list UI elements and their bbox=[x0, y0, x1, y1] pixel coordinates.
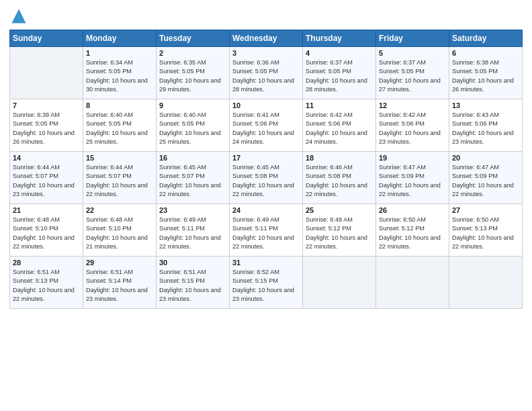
day-number: 29 bbox=[86, 259, 153, 267]
calendar-cell: 2Sunrise: 6:35 AM Sunset: 5:05 PM Daylig… bbox=[157, 47, 230, 99]
calendar-body: 1Sunrise: 6:34 AM Sunset: 5:05 PM Daylig… bbox=[10, 47, 523, 309]
day-number: 20 bbox=[452, 154, 519, 162]
day-number: 30 bbox=[159, 259, 226, 267]
calendar-cell bbox=[10, 47, 83, 99]
day-info: Sunrise: 6:45 AM Sunset: 5:08 PM Dayligh… bbox=[232, 163, 300, 199]
day-info: Sunrise: 6:48 AM Sunset: 5:10 PM Dayligh… bbox=[86, 216, 153, 251]
calendar-cell: 21Sunrise: 6:48 AM Sunset: 5:10 PM Dayli… bbox=[10, 204, 83, 257]
logo bbox=[9, 7, 31, 26]
day-info: Sunrise: 6:36 AM Sunset: 5:05 PM Dayligh… bbox=[232, 58, 300, 94]
day-number: 28 bbox=[13, 259, 80, 267]
calendar-cell: 13Sunrise: 6:43 AM Sunset: 5:06 PM Dayli… bbox=[449, 99, 523, 152]
day-number: 14 bbox=[13, 154, 80, 162]
day-info: Sunrise: 6:39 AM Sunset: 5:05 PM Dayligh… bbox=[13, 111, 80, 146]
day-number: 21 bbox=[13, 206, 80, 214]
calendar-cell: 12Sunrise: 6:42 AM Sunset: 5:06 PM Dayli… bbox=[376, 99, 449, 152]
calendar-container: SundayMondayTuesdayWednesdayThursdayFrid… bbox=[0, 0, 532, 411]
day-info: Sunrise: 6:34 AM Sunset: 5:05 PM Dayligh… bbox=[86, 58, 153, 94]
day-number: 8 bbox=[86, 101, 153, 109]
week-row-5: 28Sunrise: 6:51 AM Sunset: 5:13 PM Dayli… bbox=[10, 257, 523, 309]
week-row-4: 21Sunrise: 6:48 AM Sunset: 5:10 PM Dayli… bbox=[10, 204, 523, 257]
day-number: 25 bbox=[306, 206, 373, 214]
calendar-cell: 15Sunrise: 6:44 AM Sunset: 5:07 PM Dayli… bbox=[83, 152, 157, 204]
day-info: Sunrise: 6:47 AM Sunset: 5:09 PM Dayligh… bbox=[379, 163, 446, 199]
day-info: Sunrise: 6:49 AM Sunset: 5:11 PM Dayligh… bbox=[159, 216, 226, 251]
day-header-saturday: Saturday bbox=[449, 30, 523, 47]
calendar-cell: 8Sunrise: 6:40 AM Sunset: 5:05 PM Daylig… bbox=[83, 99, 157, 152]
day-number: 7 bbox=[13, 101, 80, 109]
calendar-cell: 11Sunrise: 6:42 AM Sunset: 5:06 PM Dayli… bbox=[303, 99, 376, 152]
day-header-monday: Monday bbox=[83, 30, 157, 47]
day-number: 23 bbox=[159, 206, 226, 214]
calendar-cell: 4Sunrise: 6:37 AM Sunset: 5:05 PM Daylig… bbox=[303, 47, 376, 99]
day-info: Sunrise: 6:44 AM Sunset: 5:07 PM Dayligh… bbox=[13, 163, 80, 199]
calendar-cell: 1Sunrise: 6:34 AM Sunset: 5:05 PM Daylig… bbox=[83, 47, 157, 99]
day-number: 9 bbox=[159, 101, 226, 109]
day-number: 15 bbox=[86, 154, 153, 162]
day-number: 17 bbox=[232, 154, 300, 162]
day-info: Sunrise: 6:51 AM Sunset: 5:13 PM Dayligh… bbox=[13, 268, 80, 304]
day-number: 18 bbox=[306, 154, 373, 162]
logo-icon bbox=[9, 7, 28, 26]
calendar-cell: 29Sunrise: 6:51 AM Sunset: 5:14 PM Dayli… bbox=[83, 257, 157, 309]
calendar-cell: 25Sunrise: 6:49 AM Sunset: 5:12 PM Dayli… bbox=[303, 204, 376, 257]
day-info: Sunrise: 6:40 AM Sunset: 5:05 PM Dayligh… bbox=[86, 111, 153, 146]
calendar-cell: 10Sunrise: 6:41 AM Sunset: 5:06 PM Dayli… bbox=[230, 99, 303, 152]
day-number: 12 bbox=[379, 101, 446, 109]
day-number: 22 bbox=[86, 206, 153, 214]
day-number: 24 bbox=[232, 206, 300, 214]
day-number: 6 bbox=[452, 49, 519, 57]
calendar-cell: 31Sunrise: 6:52 AM Sunset: 5:15 PM Dayli… bbox=[230, 257, 303, 309]
day-info: Sunrise: 6:46 AM Sunset: 5:08 PM Dayligh… bbox=[306, 163, 373, 199]
day-number: 1 bbox=[86, 49, 153, 57]
day-number: 11 bbox=[306, 101, 373, 109]
day-info: Sunrise: 6:42 AM Sunset: 5:06 PM Dayligh… bbox=[306, 111, 373, 146]
calendar-cell: 20Sunrise: 6:47 AM Sunset: 5:09 PM Dayli… bbox=[449, 152, 523, 204]
calendar-cell bbox=[376, 257, 449, 309]
day-info: Sunrise: 6:38 AM Sunset: 5:05 PM Dayligh… bbox=[452, 58, 519, 94]
week-row-1: 1Sunrise: 6:34 AM Sunset: 5:05 PM Daylig… bbox=[10, 47, 523, 99]
calendar-header: SundayMondayTuesdayWednesdayThursdayFrid… bbox=[10, 30, 523, 47]
day-number: 26 bbox=[379, 206, 446, 214]
calendar-cell: 18Sunrise: 6:46 AM Sunset: 5:08 PM Dayli… bbox=[303, 152, 376, 204]
calendar-cell: 27Sunrise: 6:50 AM Sunset: 5:13 PM Dayli… bbox=[449, 204, 523, 257]
day-info: Sunrise: 6:44 AM Sunset: 5:07 PM Dayligh… bbox=[86, 163, 153, 199]
calendar-cell bbox=[449, 257, 523, 309]
day-info: Sunrise: 6:47 AM Sunset: 5:09 PM Dayligh… bbox=[452, 163, 519, 199]
day-info: Sunrise: 6:50 AM Sunset: 5:12 PM Dayligh… bbox=[379, 216, 446, 251]
day-number: 13 bbox=[452, 101, 519, 109]
day-info: Sunrise: 6:37 AM Sunset: 5:05 PM Dayligh… bbox=[379, 58, 446, 94]
day-header-sunday: Sunday bbox=[10, 30, 83, 47]
day-info: Sunrise: 6:45 AM Sunset: 5:07 PM Dayligh… bbox=[159, 163, 226, 199]
day-info: Sunrise: 6:49 AM Sunset: 5:12 PM Dayligh… bbox=[306, 216, 373, 251]
day-number: 10 bbox=[232, 101, 300, 109]
day-number: 3 bbox=[232, 49, 300, 57]
day-info: Sunrise: 6:50 AM Sunset: 5:13 PM Dayligh… bbox=[452, 216, 519, 251]
calendar-cell: 3Sunrise: 6:36 AM Sunset: 5:05 PM Daylig… bbox=[230, 47, 303, 99]
calendar-cell: 16Sunrise: 6:45 AM Sunset: 5:07 PM Dayli… bbox=[157, 152, 230, 204]
calendar-cell: 24Sunrise: 6:49 AM Sunset: 5:11 PM Dayli… bbox=[230, 204, 303, 257]
calendar-cell: 19Sunrise: 6:47 AM Sunset: 5:09 PM Dayli… bbox=[376, 152, 449, 204]
day-info: Sunrise: 6:43 AM Sunset: 5:06 PM Dayligh… bbox=[452, 111, 519, 146]
calendar-cell: 14Sunrise: 6:44 AM Sunset: 5:07 PM Dayli… bbox=[10, 152, 83, 204]
day-number: 4 bbox=[306, 49, 373, 57]
day-info: Sunrise: 6:37 AM Sunset: 5:05 PM Dayligh… bbox=[306, 58, 373, 94]
day-info: Sunrise: 6:41 AM Sunset: 5:06 PM Dayligh… bbox=[232, 111, 300, 146]
day-info: Sunrise: 6:52 AM Sunset: 5:15 PM Dayligh… bbox=[232, 268, 300, 304]
day-number: 16 bbox=[159, 154, 226, 162]
day-info: Sunrise: 6:51 AM Sunset: 5:14 PM Dayligh… bbox=[86, 268, 153, 304]
header bbox=[9, 7, 523, 26]
calendar-table: SundayMondayTuesdayWednesdayThursdayFrid… bbox=[9, 30, 523, 309]
day-header-tuesday: Tuesday bbox=[157, 30, 230, 47]
day-info: Sunrise: 6:35 AM Sunset: 5:05 PM Dayligh… bbox=[159, 58, 226, 94]
calendar-cell bbox=[303, 257, 376, 309]
calendar-cell: 28Sunrise: 6:51 AM Sunset: 5:13 PM Dayli… bbox=[10, 257, 83, 309]
week-row-2: 7Sunrise: 6:39 AM Sunset: 5:05 PM Daylig… bbox=[10, 99, 523, 152]
day-number: 31 bbox=[232, 259, 300, 267]
calendar-cell: 9Sunrise: 6:40 AM Sunset: 5:05 PM Daylig… bbox=[157, 99, 230, 152]
calendar-cell: 30Sunrise: 6:51 AM Sunset: 5:15 PM Dayli… bbox=[157, 257, 230, 309]
calendar-cell: 7Sunrise: 6:39 AM Sunset: 5:05 PM Daylig… bbox=[10, 99, 83, 152]
header-row: SundayMondayTuesdayWednesdayThursdayFrid… bbox=[10, 30, 523, 47]
day-info: Sunrise: 6:40 AM Sunset: 5:05 PM Dayligh… bbox=[159, 111, 226, 146]
calendar-cell: 5Sunrise: 6:37 AM Sunset: 5:05 PM Daylig… bbox=[376, 47, 449, 99]
